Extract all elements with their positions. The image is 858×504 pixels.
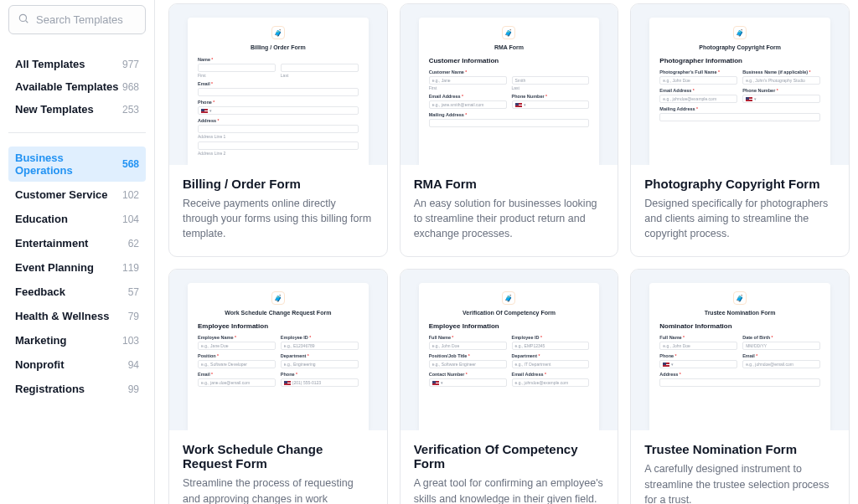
preview-section: Employee Information <box>198 322 359 330</box>
stat-label: Available Templates <box>15 80 119 93</box>
stat-new-templates[interactable]: New Templates 253 <box>8 98 146 121</box>
preview-title: RMA Form <box>429 44 590 50</box>
preview-title: Work Schedule Change Request Form <box>198 310 359 316</box>
category-label: Registrations <box>15 383 85 395</box>
stat-all-templates[interactable]: All Templates 977 <box>8 53 146 75</box>
template-preview: 🧳 Trustee Nomination Form Nominator Info… <box>631 270 849 430</box>
category-count: 79 <box>128 311 139 322</box>
category-count: 102 <box>122 189 139 201</box>
category-count: 57 <box>128 286 139 298</box>
card-body: Verification Of Competency Form A great … <box>401 430 618 504</box>
category-education[interactable]: Education 104 <box>8 208 146 230</box>
template-preview: 🧳 Verification Of Competency Form Employ… <box>401 270 618 430</box>
card-body: RMA Form An easy solution for businesses… <box>401 165 618 256</box>
category-count: 99 <box>128 383 139 395</box>
card-body: Work Schedule Change Request Form Stream… <box>169 430 387 504</box>
preview-title: Verification Of Competency Form <box>429 310 590 316</box>
card-description: A carefully designed instrument to strea… <box>644 461 835 504</box>
card-title: RMA Form <box>414 177 605 191</box>
card-description: Streamline the process of requesting and… <box>183 476 374 504</box>
category-count: 62 <box>128 238 139 249</box>
preview-section: Customer Information <box>429 57 590 64</box>
template-card[interactable]: 🧳 RMA Form Customer Information Customer… <box>400 3 619 257</box>
card-title: Work Schedule Change Request Form <box>183 442 374 471</box>
stat-count: 977 <box>122 59 139 70</box>
card-description: An easy solution for businesses looking … <box>414 196 605 241</box>
stat-available-templates[interactable]: Available Templates 968 <box>8 75 146 98</box>
sidebar-separator <box>8 132 146 133</box>
stat-count: 968 <box>122 81 139 93</box>
category-business-operations[interactable]: Business Operations 568 <box>8 147 146 182</box>
preview-paper: 🧳 Verification Of Competency Form Employ… <box>419 283 600 430</box>
category-entertainment[interactable]: Entertainment 62 <box>8 232 146 255</box>
search-input[interactable] <box>36 13 137 26</box>
category-label: Feedback <box>15 285 65 298</box>
template-card[interactable]: 🧳 Verification Of Competency Form Employ… <box>400 269 619 504</box>
briefcase-icon: 🧳 <box>502 26 515 39</box>
category-count: 119 <box>122 262 139 274</box>
briefcase-icon: 🧳 <box>502 291 515 305</box>
briefcase-icon: 🧳 <box>271 291 285 305</box>
template-card[interactable]: 🧳 Trustee Nomination Form Nominator Info… <box>630 269 850 504</box>
briefcase-icon: 🧳 <box>733 26 747 39</box>
template-card[interactable]: 🧳 Work Schedule Change Request Form Empl… <box>168 269 388 504</box>
template-preview: 🧳 Work Schedule Change Request Form Empl… <box>169 270 387 430</box>
preview-paper: 🧳 Photography Copyright Form Photographe… <box>649 18 830 165</box>
preview-paper: 🧳 Work Schedule Change Request Form Empl… <box>188 283 369 430</box>
stat-label: New Templates <box>15 103 94 116</box>
svg-line-1 <box>26 21 28 23</box>
category-label: Marketing <box>15 334 66 347</box>
category-marketing[interactable]: Marketing 103 <box>8 329 146 352</box>
stat-count: 253 <box>122 104 139 116</box>
card-body: Trustee Nomination Form A carefully desi… <box>631 430 849 504</box>
category-event-planning[interactable]: Event Planning 119 <box>8 256 146 279</box>
category-label: Customer Service <box>15 188 108 201</box>
sidebar: All Templates 977 Available Templates 96… <box>0 0 155 504</box>
category-health-wellness[interactable]: Health & Wellness 79 <box>8 305 146 327</box>
main-content: 🧳 Billing / Order Form Name First Last E… <box>155 0 858 504</box>
card-title: Billing / Order Form <box>183 177 374 191</box>
template-preview: 🧳 RMA Form Customer Information Customer… <box>401 4 618 165</box>
category-label: Health & Wellness <box>15 310 109 322</box>
briefcase-icon: 🧳 <box>271 26 285 39</box>
category-count: 94 <box>128 359 139 371</box>
category-customer-service[interactable]: Customer Service 102 <box>8 183 146 206</box>
template-preview: 🧳 Billing / Order Form Name First Last E… <box>169 4 387 165</box>
preview-section: Nominator Information <box>659 322 820 330</box>
category-label: Nonprofit <box>15 358 64 371</box>
preview-paper: 🧳 Billing / Order Form Name First Last E… <box>188 18 369 165</box>
preview-paper: 🧳 Trustee Nomination Form Nominator Info… <box>649 283 830 430</box>
search-input-wrapper[interactable] <box>8 5 146 34</box>
preview-section: Employee Information <box>429 322 590 330</box>
card-description: Designed specifically for photographers … <box>644 196 835 241</box>
preview-title: Trustee Nomination Form <box>659 310 820 316</box>
template-card[interactable]: 🧳 Photography Copyright Form Photographe… <box>630 3 850 257</box>
category-label: Business Operations <box>15 152 122 177</box>
preview-title: Photography Copyright Form <box>659 44 820 50</box>
card-title: Verification Of Competency Form <box>414 442 605 471</box>
briefcase-icon: 🧳 <box>733 291 747 305</box>
stat-label: All Templates <box>15 58 85 70</box>
card-body: Photography Copyright Form Designed spec… <box>631 165 849 256</box>
search-icon <box>18 13 29 27</box>
preview-paper: 🧳 RMA Form Customer Information Customer… <box>419 18 600 165</box>
preview-section: Photographer Information <box>659 57 820 64</box>
template-card[interactable]: 🧳 Billing / Order Form Name First Last E… <box>168 3 388 257</box>
category-label: Entertainment <box>15 237 88 249</box>
category-feedback[interactable]: Feedback 57 <box>8 280 146 303</box>
top-stats: All Templates 977 Available Templates 96… <box>8 53 146 121</box>
category-list: Business Operations 568 Customer Service… <box>8 147 146 400</box>
category-registrations[interactable]: Registrations 99 <box>8 378 146 400</box>
category-count: 103 <box>122 335 139 347</box>
category-label: Education <box>15 213 68 225</box>
category-count: 104 <box>122 213 139 225</box>
card-title: Photography Copyright Form <box>644 177 835 191</box>
card-title: Trustee Nomination Form <box>644 442 835 456</box>
preview-title: Billing / Order Form <box>198 44 359 50</box>
svg-point-0 <box>19 14 26 21</box>
template-grid: 🧳 Billing / Order Form Name First Last E… <box>168 3 850 504</box>
category-nonprofit[interactable]: Nonprofit 94 <box>8 353 146 376</box>
card-body: Billing / Order Form Receive payments on… <box>169 165 387 256</box>
card-description: A great tool for confirming an employee'… <box>414 476 605 504</box>
template-preview: 🧳 Photography Copyright Form Photographe… <box>631 4 849 165</box>
